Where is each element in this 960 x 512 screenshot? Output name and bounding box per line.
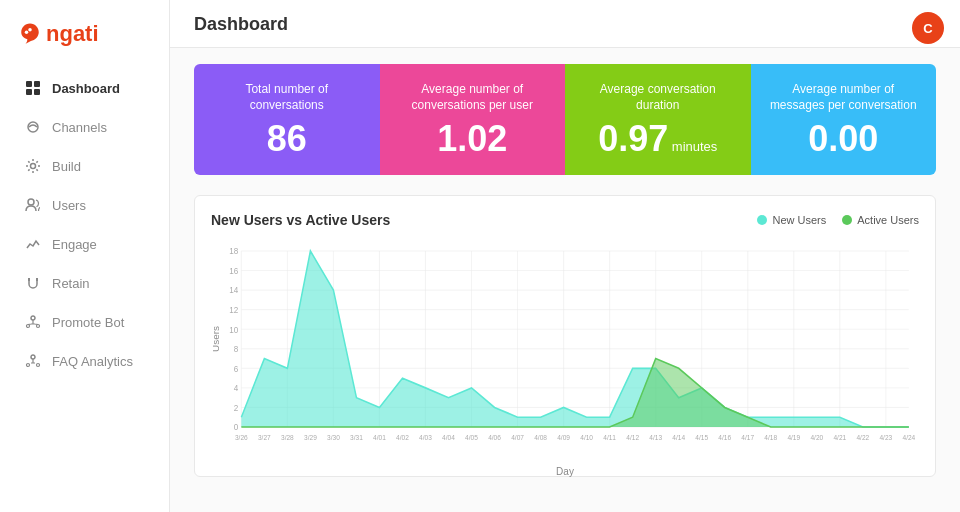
sidebar: ngati DashboardChannelsBuildUsersEngageR…: [0, 0, 170, 512]
svg-text:18: 18: [229, 246, 238, 256]
svg-text:4: 4: [234, 383, 239, 393]
svg-point-8: [28, 199, 34, 205]
stat-label: Average number of conversations per user: [396, 82, 550, 113]
logo-icon: [16, 20, 44, 48]
chart-wrap: 0246810121416183/263/273/283/293/303/314…: [211, 240, 919, 460]
users-icon: [24, 196, 42, 214]
chart-legend: New UsersActive Users: [757, 214, 919, 226]
svg-point-0: [25, 31, 29, 35]
nav-label: Users: [52, 198, 86, 213]
svg-text:14: 14: [229, 285, 238, 295]
grid-icon: [24, 79, 42, 97]
stat-value: 1.02: [437, 121, 507, 157]
sidebar-item-channels[interactable]: Channels: [8, 108, 161, 146]
svg-text:4/22: 4/22: [856, 434, 869, 441]
svg-text:3/27: 3/27: [258, 434, 271, 441]
sidebar-item-promote-bot[interactable]: Promote Bot: [8, 303, 161, 341]
svg-text:4/18: 4/18: [764, 434, 777, 441]
nav-label: Promote Bot: [52, 315, 124, 330]
svg-text:4/21: 4/21: [833, 434, 846, 441]
svg-text:4/08: 4/08: [534, 434, 547, 441]
logo-area: ngati: [0, 10, 169, 68]
svg-point-1: [28, 28, 32, 32]
svg-text:4/12: 4/12: [626, 434, 639, 441]
svg-text:3/26: 3/26: [235, 434, 248, 441]
x-axis-label: Day: [211, 466, 919, 477]
legend-item: Active Users: [842, 214, 919, 226]
svg-text:6: 6: [234, 363, 239, 373]
svg-point-7: [31, 164, 36, 169]
legend-dot: [757, 215, 767, 225]
svg-text:4/16: 4/16: [718, 434, 731, 441]
stat-value: 86: [267, 121, 307, 157]
svg-text:4/07: 4/07: [511, 434, 524, 441]
sidebar-item-dashboard[interactable]: Dashboard: [8, 69, 161, 107]
channel-icon: [24, 118, 42, 136]
avatar[interactable]: C: [912, 12, 944, 44]
svg-text:4/17: 4/17: [741, 434, 754, 441]
stat-card-1: Average number of conversations per user…: [380, 64, 566, 175]
stat-value: 0.00: [808, 121, 878, 157]
sidebar-item-engage[interactable]: Engage: [8, 225, 161, 263]
svg-rect-2: [26, 81, 32, 87]
page-title: Dashboard: [194, 14, 288, 34]
stat-card-2: Average conversation duration0.97 minute…: [565, 64, 751, 175]
stat-unit: minutes: [668, 139, 717, 154]
svg-text:4/05: 4/05: [465, 434, 478, 441]
svg-text:12: 12: [229, 305, 238, 315]
chart-title-row: New Users vs Active Users New UsersActiv…: [211, 212, 919, 228]
svg-text:4/14: 4/14: [672, 434, 685, 441]
svg-text:4/03: 4/03: [419, 434, 432, 441]
svg-text:8: 8: [234, 344, 239, 354]
stat-card-0: Total number of conversations86: [194, 64, 380, 175]
stats-row: Total number of conversations86Average n…: [194, 64, 936, 175]
svg-text:4/19: 4/19: [787, 434, 800, 441]
svg-text:2: 2: [234, 403, 239, 413]
chart-svg: 0246810121416183/263/273/283/293/303/314…: [211, 240, 919, 460]
nav-label: Retain: [52, 276, 90, 291]
svg-text:Users: Users: [211, 326, 221, 352]
svg-rect-3: [34, 81, 40, 87]
nav-label: Build: [52, 159, 81, 174]
svg-point-16: [37, 364, 40, 367]
sidebar-item-retain[interactable]: Retain: [8, 264, 161, 302]
svg-text:3/28: 3/28: [281, 434, 294, 441]
legend-label: New Users: [772, 214, 826, 226]
svg-point-14: [31, 355, 35, 359]
svg-text:4/23: 4/23: [879, 434, 892, 441]
svg-text:3/31: 3/31: [350, 434, 363, 441]
svg-text:4/15: 4/15: [695, 434, 708, 441]
build-icon: [24, 157, 42, 175]
sidebar-item-faq-analytics[interactable]: FAQ Analytics: [8, 342, 161, 380]
legend-item: New Users: [757, 214, 826, 226]
svg-rect-4: [26, 89, 32, 95]
chart-title: New Users vs Active Users: [211, 212, 390, 228]
svg-rect-5: [34, 89, 40, 95]
nav-label: Dashboard: [52, 81, 120, 96]
main-content: Dashboard C Total number of conversation…: [170, 0, 960, 512]
nav-label: FAQ Analytics: [52, 354, 133, 369]
stat-label: Average number of messages per conversat…: [767, 82, 921, 113]
svg-text:4/02: 4/02: [396, 434, 409, 441]
svg-text:10: 10: [229, 324, 238, 334]
svg-text:4/20: 4/20: [810, 434, 823, 441]
stat-label: Average conversation duration: [581, 82, 735, 113]
nav-label: Channels: [52, 120, 107, 135]
svg-marker-52: [241, 251, 909, 427]
svg-text:4/09: 4/09: [557, 434, 570, 441]
stat-label: Total number of conversations: [210, 82, 364, 113]
legend-label: Active Users: [857, 214, 919, 226]
page-header: Dashboard: [170, 0, 960, 48]
sidebar-item-build[interactable]: Build: [8, 147, 161, 185]
svg-text:0: 0: [234, 422, 239, 432]
stat-value: 0.97 minutes: [598, 121, 717, 157]
svg-point-15: [27, 364, 30, 367]
svg-text:3/29: 3/29: [304, 434, 317, 441]
chart-container: New Users vs Active Users New UsersActiv…: [194, 195, 936, 477]
stat-card-3: Average number of messages per conversat…: [751, 64, 937, 175]
svg-text:16: 16: [229, 266, 238, 276]
nav-label: Engage: [52, 237, 97, 252]
content-area: Total number of conversations86Average n…: [170, 48, 960, 512]
sidebar-item-users[interactable]: Users: [8, 186, 161, 224]
svg-text:3/30: 3/30: [327, 434, 340, 441]
